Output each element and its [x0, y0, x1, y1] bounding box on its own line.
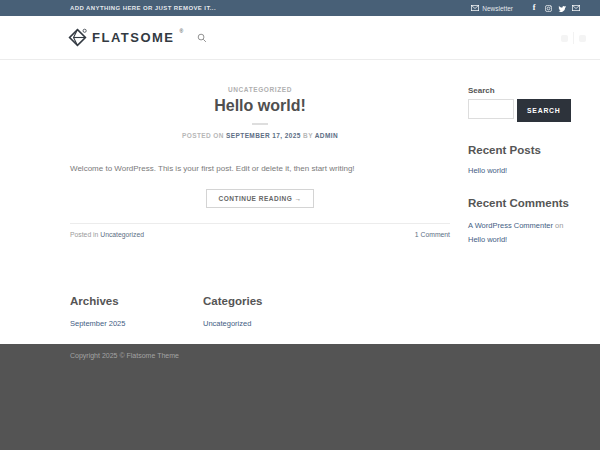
divider — [573, 32, 574, 44]
topbar-message: ADD ANYTHING HERE OR JUST REMOVE IT... — [70, 5, 216, 11]
posted-in: Posted in Uncategorized — [70, 231, 144, 238]
footer-widgets: Archives September 2025 Categories Uncat… — [0, 270, 600, 344]
envelope-icon — [471, 4, 479, 12]
comment-count-link[interactable]: 1 Comment — [415, 231, 450, 238]
commented-post-link[interactable]: Hello world! — [468, 235, 507, 244]
search-button[interactable]: SEARCH — [517, 99, 571, 122]
social-links: f — [530, 4, 580, 12]
post-excerpt: Welcome to WordPress. This is your first… — [70, 163, 450, 175]
trademark-symbol: ® — [180, 28, 184, 34]
categories-widget: Categories Uncategorized — [203, 295, 336, 344]
by-label: BY — [303, 132, 313, 139]
posted-in-category-link[interactable]: Uncategorized — [100, 231, 144, 238]
title-divider — [252, 123, 268, 125]
header-right-placeholder — [561, 32, 586, 44]
post-title[interactable]: Hello world! — [70, 97, 450, 115]
main-content: UNCATEGORIZED Hello world! POSTED ON SEP… — [0, 60, 600, 270]
search-widget-title: Search — [468, 86, 578, 95]
site-logo[interactable]: FLATSOME® — [68, 28, 183, 48]
post-date-link[interactable]: SEPTEMBER 17, 2025 — [226, 132, 301, 139]
topbar-right: Newsletter f — [471, 4, 580, 12]
instagram-icon[interactable] — [544, 4, 552, 12]
email-icon[interactable] — [572, 4, 580, 12]
page: ADD ANYTHING HERE OR JUST REMOVE IT... N… — [0, 0, 600, 450]
flatsome-diamond-icon — [68, 28, 87, 47]
search-icon[interactable] — [197, 33, 207, 43]
posted-in-label: Posted in — [70, 231, 100, 238]
post-author-link[interactable]: ADMIN — [315, 132, 338, 139]
recent-comment-item: A WordPress Commenter on Hello world! — [468, 219, 578, 248]
search-input[interactable] — [468, 99, 514, 119]
placeholder-icon — [579, 35, 586, 42]
newsletter-label: Newsletter — [482, 5, 513, 12]
post-footer-meta: Posted in Uncategorized 1 Comment — [70, 223, 450, 238]
archive-month-link[interactable]: September 2025 — [70, 319, 203, 328]
archives-widget: Archives September 2025 — [70, 295, 203, 344]
copyright-text: Copyright 2025 © Flatsome Theme — [70, 352, 600, 359]
archives-title: Archives — [70, 295, 203, 307]
sidebar: Search SEARCH Recent Posts Hello world! … — [468, 86, 578, 270]
posted-on-label: POSTED ON — [182, 132, 224, 139]
categories-title: Categories — [203, 295, 336, 307]
post-meta: POSTED ON SEPTEMBER 17, 2025 BY ADMIN — [70, 132, 450, 139]
top-bar: ADD ANYTHING HERE OR JUST REMOVE IT... N… — [0, 0, 600, 16]
placeholder-icon — [561, 35, 568, 42]
post-category-label[interactable]: UNCATEGORIZED — [70, 86, 450, 93]
continue-reading-row: CONTINUE READING → — [70, 187, 450, 208]
facebook-icon[interactable]: f — [530, 4, 538, 12]
search-widget: SEARCH — [468, 99, 578, 122]
newsletter-link[interactable]: Newsletter — [471, 4, 513, 12]
logo-text: FLATSOME — [92, 28, 175, 48]
post-article: UNCATEGORIZED Hello world! POSTED ON SEP… — [70, 86, 450, 270]
on-label: on — [553, 221, 563, 230]
absolute-footer: Copyright 2025 © Flatsome Theme — [0, 344, 600, 450]
recent-comments-title: Recent Comments — [468, 197, 578, 209]
twitter-icon[interactable] — [558, 4, 566, 12]
recent-post-link[interactable]: Hello world! — [468, 166, 578, 175]
site-header: FLATSOME® — [0, 16, 600, 60]
commenter-link[interactable]: A WordPress Commenter — [468, 221, 553, 230]
recent-posts-title: Recent Posts — [468, 144, 578, 156]
category-link[interactable]: Uncategorized — [203, 319, 336, 328]
continue-reading-button[interactable]: CONTINUE READING → — [206, 189, 313, 208]
